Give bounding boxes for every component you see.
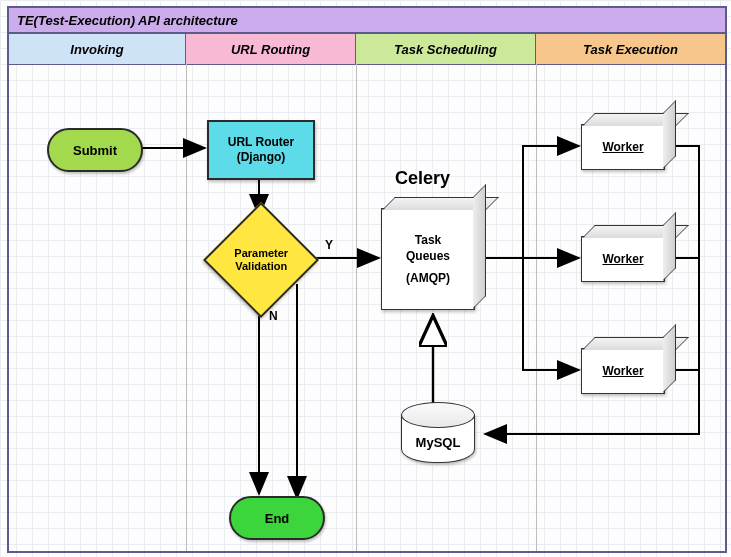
task-queues-line2: Queues bbox=[406, 248, 450, 264]
node-end: End bbox=[229, 496, 325, 540]
node-mysql: MySQL bbox=[401, 414, 475, 463]
lane-header-execution: Task Execution bbox=[536, 34, 725, 64]
node-parameter-validation: Parameter Validation bbox=[203, 202, 319, 318]
url-router-line2: (Django) bbox=[237, 150, 286, 164]
node-url-router: URL Router (Django) bbox=[207, 120, 315, 180]
task-queues-line1: Task bbox=[415, 232, 441, 248]
url-router-line1: URL Router bbox=[228, 135, 294, 149]
param-validation-line2: Validation bbox=[235, 260, 287, 272]
task-queues-line3: (AMQP) bbox=[406, 270, 450, 286]
celery-group-label: Celery bbox=[395, 168, 450, 189]
mysql-label: MySQL bbox=[416, 435, 461, 450]
node-worker-1: Worker bbox=[581, 124, 665, 170]
worker3-label: Worker bbox=[602, 363, 643, 379]
node-task-queues: Task Queues (AMQP) bbox=[381, 208, 475, 310]
worker2-label: Worker bbox=[602, 251, 643, 267]
param-validation-line1: Parameter bbox=[234, 247, 288, 259]
edge-label-no: N bbox=[269, 309, 278, 323]
edge-label-yes: Y bbox=[325, 238, 333, 252]
node-submit: Submit bbox=[47, 128, 143, 172]
lane-header-invoking: Invoking bbox=[9, 34, 186, 64]
lane-header-routing: URL Routing bbox=[186, 34, 356, 64]
node-worker-2: Worker bbox=[581, 236, 665, 282]
worker1-label: Worker bbox=[602, 139, 643, 155]
diagram-title: TE(Test-Execution) API architecture bbox=[9, 8, 725, 34]
lane-header-scheduling: Task Scheduling bbox=[356, 34, 536, 64]
node-worker-3: Worker bbox=[581, 348, 665, 394]
